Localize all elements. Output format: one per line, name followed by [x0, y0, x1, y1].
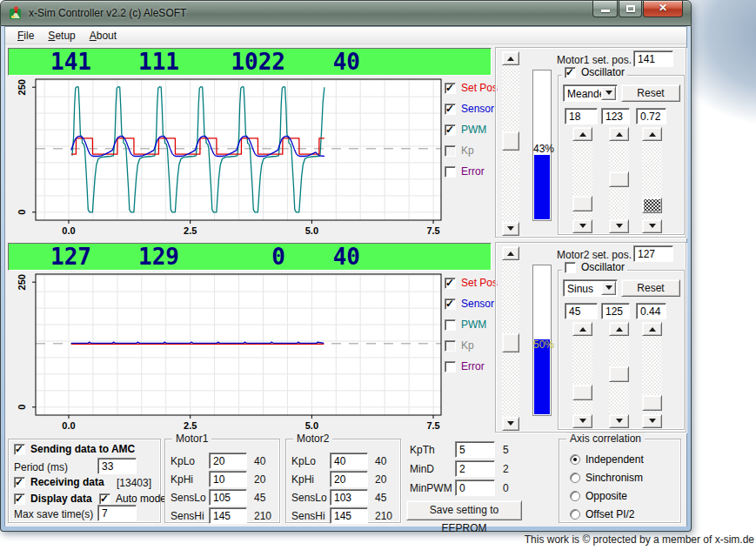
waveform-dropdown[interactable]: Meande [563, 84, 618, 102]
checkbox[interactable] [445, 124, 456, 136]
maximize-button[interactable] [619, 1, 642, 17]
dropdown-button[interactable] [601, 86, 616, 100]
scroll-up-button[interactable] [572, 322, 592, 336]
scroll-up-button[interactable] [502, 51, 519, 65]
axis-radio-independent[interactable]: Independent [570, 453, 644, 466]
menu-item-setup[interactable]: Setup [41, 28, 82, 44]
reset-button[interactable]: Reset [621, 84, 680, 102]
dropdown-button[interactable] [601, 281, 616, 295]
oscillator-param-field[interactable]: 0.72 [636, 108, 666, 124]
scroll-down-button[interactable] [609, 414, 629, 428]
scroll-up-button[interactable] [609, 322, 629, 336]
axis-radio-opposite[interactable]: Opposite [570, 490, 627, 502]
scroll-down-button[interactable] [572, 219, 592, 233]
oscillator-param-field[interactable]: 125 [601, 303, 630, 319]
scroll-thumb[interactable] [572, 385, 592, 400]
scroll-up-button[interactable] [609, 127, 629, 141]
axis-radio-offset-pi-2[interactable]: Offset PI/2 [570, 508, 634, 520]
kp-field[interactable]: 5 [455, 441, 495, 458]
oscillator-param-field[interactable]: 0.44 [636, 303, 666, 319]
scroll-track[interactable] [572, 336, 592, 414]
close-button[interactable]: ✕ [643, 1, 683, 17]
scroll-down-button[interactable] [502, 417, 519, 431]
checkbox[interactable] [445, 145, 456, 157]
oscillator-checkbox-row[interactable]: Oscillator [562, 66, 627, 78]
sending-data-checkbox-row[interactable]: Sending data to AMC [14, 443, 135, 455]
legend-checkbox-error[interactable]: Error [445, 165, 485, 178]
legend-checkbox-sensor[interactable]: Sensor [445, 103, 494, 115]
legend-checkbox-pwm[interactable]: PWM [445, 124, 486, 136]
param-field[interactable]: 105 [209, 489, 247, 506]
legend-checkbox-error[interactable]: Error [445, 360, 485, 372]
radio-button[interactable] [570, 454, 580, 465]
checkbox[interactable] [14, 477, 25, 488]
axis-radio-sinchronism[interactable]: Sinchronism [570, 472, 643, 484]
reset-button[interactable]: Reset [621, 279, 680, 297]
scroll-up-button[interactable] [642, 322, 662, 336]
waveform-dropdown[interactable]: Sinus [563, 279, 618, 297]
auto-mode-checkbox-row[interactable]: Auto mode [99, 493, 166, 505]
checkbox[interactable] [445, 319, 456, 331]
legend-checkbox-sensor[interactable]: Sensor [445, 298, 494, 310]
set-pos-field[interactable]: 127 [633, 245, 673, 262]
param-field[interactable]: 103 [330, 489, 368, 506]
scroll-down-button[interactable] [642, 219, 662, 233]
checkbox[interactable] [445, 104, 456, 115]
oscillator-param-field[interactable]: 123 [601, 108, 630, 124]
kp-field[interactable]: 0 [455, 480, 495, 496]
param-field[interactable]: 40 [330, 453, 368, 469]
param-field[interactable]: 145 [330, 507, 368, 524]
scroll-up-button[interactable] [572, 127, 592, 141]
checkbox[interactable] [445, 278, 456, 289]
checkbox[interactable] [14, 493, 25, 505]
scroll-down-button[interactable] [609, 219, 629, 233]
scroll-down-button[interactable] [502, 222, 519, 236]
menu-item-about[interactable]: About [83, 28, 124, 44]
save-eeprom-button[interactable]: Save setting to EEPROM [406, 500, 522, 520]
period-field[interactable]: 33 [97, 458, 137, 474]
legend-checkbox-pwm[interactable]: PWM [445, 319, 486, 331]
receiving-data-checkbox-row[interactable]: Receiving data [14, 476, 104, 488]
titlebar[interactable]: x-Sim Controller v2.2 (c) AleSOFT ✕ [0, 0, 692, 26]
checkbox[interactable] [445, 361, 456, 372]
scroll-thumb[interactable] [502, 333, 519, 352]
checkbox[interactable] [445, 298, 456, 310]
oscillator-checkbox[interactable] [565, 67, 576, 78]
scroll-thumb[interactable] [642, 198, 662, 213]
display-data-checkbox-row[interactable]: Display data [14, 493, 92, 505]
legend-checkbox-set-pos[interactable]: Set Pos [445, 277, 498, 289]
checkbox[interactable] [14, 444, 25, 455]
scroll-thumb[interactable] [502, 131, 519, 151]
checkbox[interactable] [445, 83, 456, 94]
radio-button[interactable] [570, 491, 580, 501]
legend-checkbox-kp[interactable]: Kp [445, 339, 474, 352]
checkbox[interactable] [445, 340, 456, 352]
param-field[interactable]: 20 [209, 453, 247, 469]
set-pos-field[interactable]: 141 [633, 50, 673, 67]
legend-checkbox-set-pos[interactable]: Set Pos [445, 82, 498, 94]
scroll-thumb[interactable] [609, 366, 629, 382]
minimize-button[interactable] [592, 1, 618, 17]
radio-button[interactable] [570, 473, 580, 483]
param-field[interactable]: 10 [209, 471, 247, 487]
oscillator-checkbox[interactable] [565, 262, 576, 273]
max-save-field[interactable]: 7 [97, 505, 137, 521]
oscillator-param-field[interactable]: 18 [565, 108, 598, 124]
kp-field[interactable]: 2 [455, 460, 495, 477]
scroll-thumb[interactable] [642, 395, 662, 411]
checkbox[interactable] [99, 493, 110, 505]
param-field[interactable]: 145 [209, 507, 247, 524]
scroll-thumb[interactable] [609, 171, 629, 187]
scroll-down-button[interactable] [572, 414, 592, 428]
oscillator-param-field[interactable]: 45 [565, 303, 598, 319]
scroll-thumb[interactable] [572, 196, 592, 211]
scroll-up-button[interactable] [642, 127, 662, 141]
radio-button[interactable] [570, 509, 580, 520]
scroll-up-button[interactable] [502, 246, 519, 260]
scroll-down-button[interactable] [642, 414, 662, 428]
param-field[interactable]: 20 [330, 471, 368, 487]
legend-checkbox-kp[interactable]: Kp [445, 144, 474, 157]
checkbox[interactable] [445, 166, 456, 178]
menu-item-file[interactable]: File [10, 28, 41, 44]
oscillator-checkbox-row[interactable]: Oscillator [562, 261, 627, 273]
